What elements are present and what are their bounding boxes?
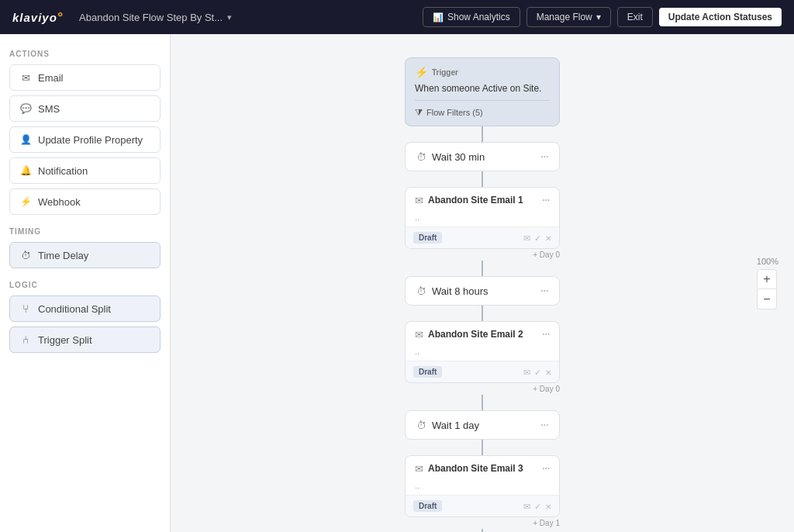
email-1-actions [523,232,551,244]
filter-icon: ⧩ [415,107,423,118]
remove-icon[interactable] [545,366,551,378]
sidebar-item-time-delay[interactable]: Time Delay [9,242,161,268]
remove-icon[interactable] [545,500,551,512]
clock-icon [416,285,426,297]
sidebar-item-trigger-split[interactable]: Trigger Split [9,326,161,353]
person-icon [19,133,32,146]
wait-left-2: Wait 8 hours [416,285,488,297]
email-node-3-sub: .. [406,481,559,495]
trigger-text: When someone Active on Site. [415,83,550,94]
sidebar-item-email[interactable]: Email [9,64,161,91]
email-3-menu-button[interactable] [542,462,550,475]
mail-icon[interactable] [523,232,530,244]
canvas[interactable]: Trigger When someone Active on Site. ⧩ F… [171,34,794,532]
wait-node-2[interactable]: Wait 8 hours [405,276,560,306]
email-node-1-sub: .. [406,212,559,226]
flow-title-text: Abandon Site Flow Step By St... ▾ [79,12,232,23]
lightning-icon [415,66,427,78]
wait-text-3: Wait 1 day [432,420,479,431]
show-analytics-button[interactable]: Show Analytics [423,7,520,27]
main-layout: ACTIONS Email SMS Update Profile Propert… [0,34,794,532]
email-node-2-header: Abandon Site Email 2 [406,322,559,347]
sidebar-item-sms[interactable]: SMS [9,95,161,122]
email-1-menu-button[interactable] [542,194,550,206]
check-icon[interactable] [534,232,541,244]
wait-text-2: Wait 8 hours [432,285,488,297]
sidebar-item-conditional-split[interactable]: Conditional Split [9,295,161,322]
connector-line [482,126,483,142]
zoom-percent-label: 100% [757,257,778,266]
wait-left: Wait 30 min [416,151,485,163]
clock-icon [19,249,32,261]
remove-icon[interactable] [545,232,551,244]
sidebar-item-notification[interactable]: Notification [9,157,161,184]
wait-3-menu-button[interactable] [540,419,548,431]
email-3-actions [523,500,551,512]
trigger-split-icon [19,333,32,346]
wait-left-3: Wait 1 day [416,420,479,431]
email-node-3-footer: Draft [406,495,559,516]
wait-text-1: Wait 30 min [432,151,485,163]
bar-chart-icon [433,12,444,22]
email-node-1[interactable]: Abandon Site Email 1 .. Draft [405,187,560,249]
logo: klaviyo° [12,9,64,26]
connector-line [482,261,483,276]
email-node-3-title: Abandon Site Email 3 [428,463,523,474]
exit-button[interactable]: Exit [617,7,653,27]
clock-icon [416,151,426,163]
email-node-1-footer: Draft [406,226,559,248]
webhook-icon [19,195,32,208]
email-icon [415,195,423,206]
timing-section-label: TIMING [9,227,161,236]
sidebar-item-time-delay-label: Time Delay [38,250,88,261]
flow-title: Abandon Site Flow Step By St... ▾ [79,12,413,23]
connector-line [482,440,483,455]
zoom-in-button[interactable]: + [757,269,777,289]
split-icon [19,302,32,315]
sidebar-item-webhook-label: Webhook [38,196,81,208]
wait-2-menu-button[interactable] [540,285,548,297]
email-node-3-header: Abandon Site Email 3 [406,456,559,481]
wait-node-3[interactable]: Wait 1 day [405,410,560,440]
manage-flow-button[interactable]: Manage Flow ▾ [526,7,611,27]
logic-section-label: LOGIC [9,281,161,289]
zoom-out-button[interactable]: − [757,289,777,309]
sidebar-item-conditional-split-label: Conditional Split [38,303,111,315]
update-statuses-button[interactable]: Update Action Statuses [659,8,782,26]
email-node-1-header: Abandon Site Email 1 [406,188,559,212]
day-label-2: + Day 0 [405,385,560,393]
email-icon [415,329,423,340]
sidebar: ACTIONS Email SMS Update Profile Propert… [0,34,171,532]
check-icon[interactable] [534,500,541,512]
connector-line [482,171,483,187]
sidebar-item-email-label: Email [38,72,64,84]
email-node-3[interactable]: Abandon Site Email 3 .. Draft [405,455,560,517]
sms-icon [19,102,32,115]
check-icon[interactable] [534,366,541,378]
mail-icon[interactable] [523,500,530,512]
sidebar-item-update-profile[interactable]: Update Profile Property [9,126,161,153]
draft-badge-1: Draft [413,232,442,244]
chevron-down-icon: ▾ [596,12,601,22]
trigger-filter[interactable]: ⧩ Flow Filters (5) [415,107,550,118]
email-node-2[interactable]: Abandon Site Email 2 .. Draft 100% [405,321,560,383]
wait-1-menu-button[interactable] [540,150,548,163]
sidebar-item-sms-label: SMS [38,103,60,115]
trigger-node[interactable]: Trigger When someone Active on Site. ⧩ F… [405,57,560,126]
email-node-2-title: Abandon Site Email 2 [428,329,523,340]
mail-icon[interactable] [523,366,530,378]
clock-icon [416,420,426,431]
email-node-2-sub: .. [406,347,559,361]
connector-line [482,306,483,321]
bell-icon [19,164,32,177]
email-2-menu-button[interactable] [542,328,550,340]
trigger-label: Trigger [432,68,458,77]
chevron-down-icon[interactable]: ▾ [227,12,232,22]
day-label-3: + Day 1 [405,519,560,527]
draft-badge-3: Draft [413,500,442,512]
email-node-1-title: Abandon Site Email 1 [428,195,523,206]
zoom-controls: 100% + − [757,257,778,309]
actions-section-label: ACTIONS [9,50,161,58]
wait-node-1[interactable]: Wait 30 min [405,142,560,171]
sidebar-item-webhook[interactable]: Webhook [9,188,161,215]
